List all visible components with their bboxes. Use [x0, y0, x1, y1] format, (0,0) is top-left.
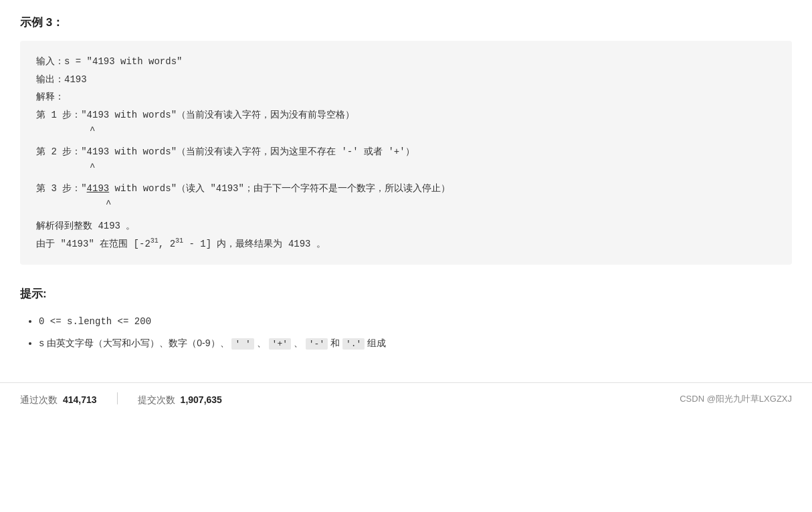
example3-box: 输入：s = "4193 with words" 输出：4193 解释： 第 1… — [20, 41, 792, 265]
example3-title: 示例 3： — [20, 13, 792, 31]
hint2-sep1: 、 — [257, 338, 266, 348]
hints-section: 提示: 0 <= s.length <= 200 s 由英文字母（大写和小写）、… — [20, 285, 792, 352]
hint2-sep2: 、 — [294, 338, 303, 348]
submit-label: 提交次数 — [138, 392, 175, 407]
hint2-text: 由英文字母（大写和小写）、数字（0-9）、 — [47, 338, 229, 348]
pass-value: 414,713 — [63, 392, 97, 407]
step3-block: 第 3 步："4193 with words"（读入 "4193"；由于下一个字… — [36, 180, 776, 213]
output-line: 输出：4193 — [36, 71, 776, 89]
result-line1: 解析得到整数 4193 。 — [36, 217, 776, 235]
footer-divider — [117, 392, 118, 404]
hints-title: 提示: — [20, 285, 792, 303]
hint2-sep3: 和 — [330, 338, 342, 348]
footer-bar: 通过次数 414,713 提交次数 1,907,635 CSDN @阳光九叶草L… — [0, 382, 812, 416]
hint2-s: s — [39, 338, 44, 349]
exp1: 31 — [150, 237, 159, 245]
step1-block: 第 1 步："4193 with words"（当前没有读入字符，因为没有前导空… — [36, 106, 776, 139]
hint2-char1: ' ' — [231, 338, 253, 350]
page-container: 示例 3： 输入：s = "4193 with words" 输出：4193 解… — [0, 0, 812, 369]
step2-block: 第 2 步："4193 with words"（当前没有读入字符，因为这里不存在… — [36, 143, 776, 176]
step3-underline: 4193 — [87, 183, 110, 194]
pass-stat: 通过次数 414,713 — [20, 392, 97, 407]
result-line2: 由于 "4193" 在范围 [-231, 231 - 1] 内，最终结果为 41… — [36, 235, 776, 253]
submit-value: 1,907,635 — [181, 392, 222, 407]
footer-attribution: CSDN @阳光九叶草LXGZXJ — [680, 392, 792, 406]
hint-item-1: 0 <= s.length <= 200 — [39, 311, 792, 331]
hints-list: 0 <= s.length <= 200 s 由英文字母（大写和小写）、数字（0… — [20, 311, 792, 353]
hint1-code: 0 <= s.length <= 200 — [39, 316, 151, 327]
hint2-suffix: 组成 — [367, 338, 386, 348]
footer-left: 通过次数 414,713 提交次数 1,907,635 — [20, 392, 222, 407]
hint2-char2: '+' — [269, 338, 291, 350]
explain-label: 解释： — [36, 88, 776, 106]
exp2: 31 — [175, 237, 183, 245]
hint-item-2: s 由英文字母（大写和小写）、数字（0-9）、 ' ' 、 '+' 、 '-' … — [39, 334, 792, 353]
hint2-char4: '.' — [342, 338, 365, 350]
pass-label: 通过次数 — [20, 392, 58, 407]
hint2-char3: '-' — [306, 338, 328, 350]
submit-stat: 提交次数 1,907,635 — [138, 392, 222, 407]
input-line: 输入：s = "4193 with words" — [36, 53, 776, 71]
